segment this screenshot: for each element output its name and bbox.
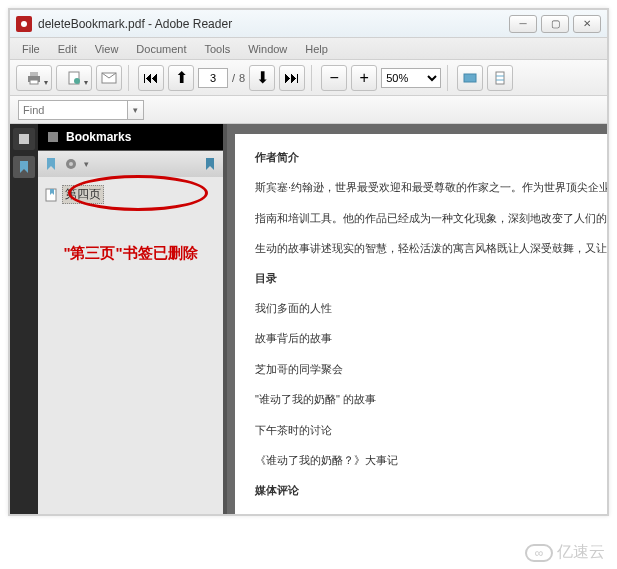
doc-text: 《谁动了我的奶酪？》大事记 — [255, 452, 587, 469]
close-button[interactable]: ✕ — [573, 15, 601, 33]
bookmark-icon — [46, 130, 60, 144]
printer-icon — [26, 71, 42, 85]
watermark: 亿速云 — [525, 542, 605, 563]
workspace: Bookmarks ▾ 第四页 "第三页"书签已删除 作者简介 — [10, 124, 607, 514]
find-input[interactable] — [18, 100, 128, 120]
plus-icon: + — [360, 69, 369, 87]
options-gear-icon[interactable] — [64, 157, 78, 171]
toolbar: ⏮ ⬆ / 8 ⬇ ⏭ − + 50% — [10, 60, 607, 96]
page-icon — [67, 71, 81, 85]
find-dropdown[interactable]: ▾ — [128, 100, 144, 120]
bookmarks-title: Bookmarks — [66, 130, 131, 144]
menu-window[interactable]: Window — [240, 41, 295, 57]
toolbar-separator — [447, 65, 451, 91]
bookmark-label: 第四页 — [62, 185, 104, 204]
document-page: 作者简介 斯宾塞·约翰逊，世界最受欢迎和最受尊敬的作家之一。作为世界顶尖企业和知… — [235, 134, 607, 514]
fit-width-icon — [463, 71, 477, 85]
svg-rect-7 — [496, 72, 504, 84]
menu-file[interactable]: File — [14, 41, 48, 57]
menu-edit[interactable]: Edit — [50, 41, 85, 57]
svg-rect-1 — [30, 72, 38, 76]
tab-bookmarks[interactable] — [13, 156, 35, 178]
svg-point-4 — [74, 78, 80, 84]
bookmarks-tree: 第四页 "第三页"书签已删除 — [38, 177, 223, 514]
page-last-button[interactable]: ⏭ — [279, 65, 305, 91]
watermark-logo-icon — [525, 544, 553, 562]
zoom-out-button[interactable]: − — [321, 65, 347, 91]
page-sep: / — [232, 72, 235, 84]
maximize-button[interactable]: ▢ — [541, 15, 569, 33]
doc-text: "谁动了我的奶酪" 的故事 — [255, 391, 587, 408]
app-window: deleteBookmark.pdf - Adobe Reader ─ ▢ ✕ … — [8, 8, 609, 516]
window-buttons: ─ ▢ ✕ — [509, 15, 601, 33]
page-next-button[interactable]: ⬇ — [249, 65, 275, 91]
zoom-select[interactable]: 50% — [381, 68, 441, 88]
page-prev-button[interactable]: ⬆ — [168, 65, 194, 91]
doc-heading-author: 作者简介 — [255, 150, 587, 165]
fit-width-button[interactable] — [457, 65, 483, 91]
bookmark-item[interactable]: 第四页 — [44, 183, 217, 206]
mail-icon — [101, 72, 117, 84]
doc-heading-toc: 目录 — [255, 271, 587, 286]
page-total: 8 — [239, 72, 245, 84]
pages-icon — [17, 132, 31, 146]
svg-rect-6 — [464, 74, 476, 82]
page-bookmark-icon — [44, 188, 58, 202]
new-bookmark-icon[interactable] — [44, 157, 58, 171]
bookmarks-panel: Bookmarks ▾ 第四页 "第三页"书签已删除 — [38, 124, 223, 514]
tab-pages[interactable] — [13, 128, 35, 150]
annotation-text: "第三页"书签已删除 — [44, 244, 217, 263]
page-number-input[interactable] — [198, 68, 228, 88]
menu-help[interactable]: Help — [297, 41, 336, 57]
svg-rect-2 — [30, 80, 38, 84]
svg-point-11 — [69, 162, 73, 166]
bookmarks-toolbar: ▾ — [38, 151, 223, 177]
minimize-button[interactable]: ─ — [509, 15, 537, 33]
sidebar-tabs — [10, 124, 38, 514]
menu-view[interactable]: View — [87, 41, 127, 57]
menu-document[interactable]: Document — [128, 41, 194, 57]
doc-text: 指南和培训工具。他的作品已经成为一种文化现象，深刻地改变了人们的生活。斯宾塞博士… — [255, 210, 587, 227]
menu-tools[interactable]: Tools — [197, 41, 239, 57]
window-title: deleteBookmark.pdf - Adobe Reader — [38, 17, 509, 31]
svg-rect-9 — [48, 132, 58, 142]
findbar: ▾ — [10, 96, 607, 124]
doc-text: 下午茶时的讨论 — [255, 422, 587, 439]
minus-icon: − — [330, 69, 339, 87]
options-dropdown-icon[interactable]: ▾ — [84, 159, 89, 169]
first-icon: ⏮ — [143, 69, 159, 87]
doc-text: 我们多面的人性 — [255, 300, 587, 317]
last-icon: ⏭ — [284, 69, 300, 87]
doc-text: 故事背后的故事 — [255, 330, 587, 347]
pdf-icon — [16, 16, 32, 32]
up-icon: ⬆ — [175, 68, 188, 87]
zoom-in-button[interactable]: + — [351, 65, 377, 91]
document-area[interactable]: 作者简介 斯宾塞·约翰逊，世界最受欢迎和最受尊敬的作家之一。作为世界顶尖企业和知… — [227, 124, 607, 514]
doc-heading-review: 媒体评论 — [255, 483, 587, 498]
doc-text: 芝加哥的同学聚会 — [255, 361, 587, 378]
down-icon: ⬇ — [256, 68, 269, 87]
watermark-text: 亿速云 — [557, 542, 605, 563]
menubar: File Edit View Document Tools Window Hel… — [10, 38, 607, 60]
page-first-button[interactable]: ⏮ — [138, 65, 164, 91]
email-button[interactable] — [96, 65, 122, 91]
toolbar-separator — [128, 65, 132, 91]
fit-page-icon — [493, 71, 507, 85]
doc-text: 斯宾塞·约翰逊，世界最受欢迎和最受尊敬的作家之一。作为世界顶尖企业和知名组织广泛… — [255, 179, 587, 196]
bookmark-flag-icon[interactable] — [203, 157, 217, 171]
save-button[interactable] — [56, 65, 92, 91]
bookmarks-header: Bookmarks — [38, 124, 223, 151]
bookmark-icon — [17, 160, 31, 174]
toolbar-separator — [311, 65, 315, 91]
svg-rect-8 — [19, 134, 29, 144]
doc-text: 本书改变了我的人生，拯救了我的工作，并帮助我取得梦寐以求的成功。 — [255, 512, 587, 515]
doc-text: 生动的故事讲述现实的智慧，轻松活泼的寓言风格既让人深受鼓舞，又让人 — [255, 240, 587, 257]
titlebar: deleteBookmark.pdf - Adobe Reader ─ ▢ ✕ — [10, 10, 607, 38]
fit-page-button[interactable] — [487, 65, 513, 91]
print-button[interactable] — [16, 65, 52, 91]
